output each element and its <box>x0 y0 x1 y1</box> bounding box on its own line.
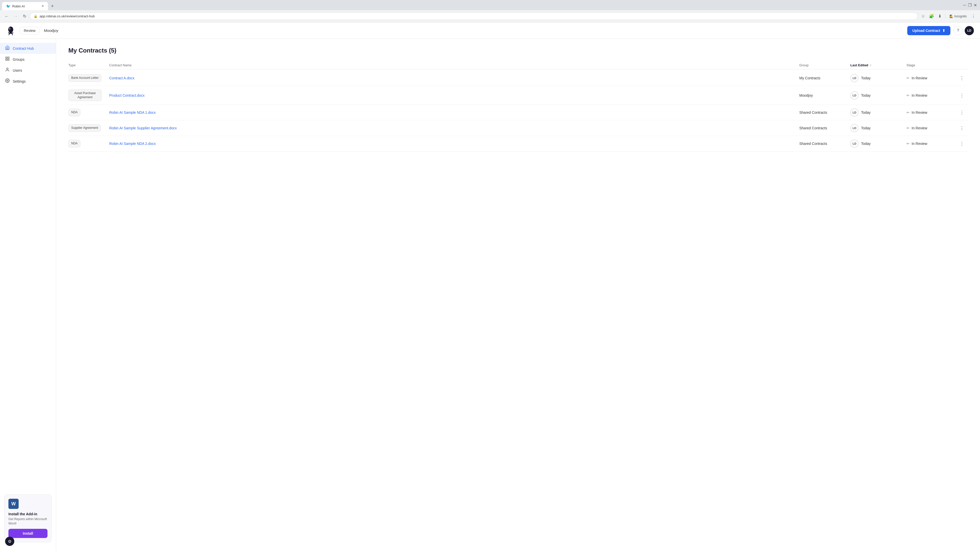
browser-menu-button[interactable]: ⋮ <box>970 12 977 20</box>
app-logo <box>6 26 15 35</box>
more-options-button[interactable]: ⋮ <box>958 74 966 82</box>
table-row: NDA Robin AI Sample NDA 1.docx Shared Co… <box>68 105 968 121</box>
stage-cell: ✏ In Review <box>907 126 958 130</box>
more-options-button[interactable]: ⋮ <box>958 109 966 116</box>
upload-contract-button[interactable]: Upload Contract ⬆ <box>907 26 950 35</box>
new-tab-button[interactable]: + <box>49 3 56 10</box>
last-edited-cell: LD Today <box>850 108 907 117</box>
maximize-button[interactable]: ❐ <box>968 3 972 8</box>
upload-icon: ⬆ <box>942 29 945 33</box>
help-button[interactable]: ? <box>953 26 963 35</box>
last-edited-cell: LD Today <box>850 74 907 82</box>
close-window-button[interactable]: ✕ <box>974 3 977 8</box>
more-options-button[interactable]: ⋮ <box>958 92 966 99</box>
stage-text: In Review <box>912 76 927 80</box>
last-edited-cell: LD Today <box>850 140 907 148</box>
address-input[interactable] <box>40 14 914 18</box>
col-type: Type <box>68 63 109 67</box>
contract-link[interactable]: Product Contract.docx <box>109 94 145 97</box>
upload-label: Upload Contract <box>912 29 940 33</box>
date-text: Today <box>861 110 870 114</box>
date-text: Today <box>861 126 870 130</box>
incognito-label: Incognito <box>954 14 967 18</box>
name-cell: Robin AI Sample Supplier Agreement.docx <box>109 126 799 130</box>
addon-description: Get Reports within Microsoft Word! <box>8 517 48 526</box>
contract-link[interactable]: Contract A.docx <box>109 76 135 80</box>
stage-cell: ✏ In Review <box>907 76 958 80</box>
lock-icon: 🔒 <box>34 14 38 18</box>
stage-text: In Review <box>912 126 927 130</box>
reload-button[interactable]: ↻ <box>21 12 28 20</box>
sidebar-item-label: Contract Hub <box>13 46 34 51</box>
sidebar-item-settings[interactable]: Settings <box>0 76 56 87</box>
sidebar-spacer <box>0 87 56 490</box>
page-title: My Contracts (5) <box>68 47 968 54</box>
name-cell: Robin AI Sample NDA 2.docx <box>109 141 799 146</box>
pencil-icon: ✏ <box>907 141 910 146</box>
review-button[interactable]: Review <box>19 27 40 35</box>
user-avatar[interactable]: LD <box>965 26 974 35</box>
sidebar-item-users[interactable]: Users <box>0 65 56 76</box>
browser-chrome: 🐦 Robin AI × + ─ ❐ ✕ ← → ↻ 🔒 ☆ 🧩 ⬇ 🕵 Inc… <box>0 0 980 22</box>
tab-close-button[interactable]: × <box>41 4 44 8</box>
minimize-button[interactable]: ─ <box>963 3 966 8</box>
svg-point-7 <box>6 68 8 69</box>
col-last-edited: Last Edited ↑ <box>850 63 907 67</box>
more-cell: ⋮ <box>958 74 968 82</box>
type-cell: Asset Purchase Agreement <box>68 89 109 101</box>
stage-cell: ✏ In Review <box>907 94 958 97</box>
last-edited-cell: LD Today <box>850 124 907 132</box>
svg-rect-6 <box>8 59 9 60</box>
table-header: Type Contract Name Group Last Edited ↑ S… <box>68 61 968 69</box>
type-cell: NDA <box>68 109 109 116</box>
chat-widget[interactable]: ⚙ <box>5 537 14 546</box>
type-badge: Bank Account Letter <box>68 74 101 82</box>
svg-point-1 <box>9 27 11 30</box>
install-addon-button[interactable]: Install <box>8 529 48 538</box>
settings-icon <box>5 78 10 84</box>
date-text: Today <box>861 76 870 80</box>
stage-cell: ✏ In Review <box>907 141 958 146</box>
more-options-button[interactable]: ⋮ <box>958 124 966 132</box>
svg-point-2 <box>10 32 12 34</box>
stage-text: In Review <box>912 141 927 146</box>
back-button[interactable]: ← <box>3 13 10 20</box>
home-icon <box>5 45 10 51</box>
address-bar[interactable]: 🔒 <box>30 13 918 20</box>
name-cell: Contract A.docx <box>109 76 799 80</box>
forward-button[interactable]: → <box>12 13 19 20</box>
type-cell: NDA <box>68 140 109 148</box>
pencil-icon: ✏ <box>907 94 910 97</box>
sidebar-item-groups[interactable]: Groups <box>0 54 56 65</box>
table-row: Bank Account Letter Contract A.docx My C… <box>68 70 968 86</box>
tab-title: Robin AI <box>12 4 25 8</box>
svg-point-8 <box>7 80 8 81</box>
sidebar-item-label: Users <box>13 68 22 73</box>
more-cell: ⋮ <box>958 140 968 148</box>
name-cell: Product Contract.docx <box>109 94 799 97</box>
active-tab[interactable]: 🐦 Robin AI × <box>2 2 48 10</box>
type-badge: Supplier Agreement <box>68 124 101 132</box>
addon-title: Install the Add-in <box>8 512 48 516</box>
addon-panel: W Install the Add-in Get Reports within … <box>4 494 52 542</box>
pencil-icon: ✏ <box>907 110 910 114</box>
contract-link[interactable]: Robin AI Sample Supplier Agreement.docx <box>109 126 177 130</box>
more-cell: ⋮ <box>958 109 968 116</box>
avatar: LD <box>850 91 859 100</box>
avatar: LD <box>850 140 859 148</box>
contract-link[interactable]: Robin AI Sample NDA 2.docx <box>109 141 156 146</box>
pencil-icon: ✏ <box>907 76 910 80</box>
stage-cell: ✏ In Review <box>907 110 958 114</box>
avatar: LD <box>850 74 859 82</box>
more-options-button[interactable]: ⋮ <box>958 140 966 148</box>
incognito-button[interactable]: 🕵 Incognito <box>947 14 969 19</box>
bookmark-button[interactable]: ☆ <box>920 12 926 20</box>
nav-divider <box>945 14 945 19</box>
download-button[interactable]: ⬇ <box>937 12 943 20</box>
sidebar-item-contract-hub[interactable]: Contract Hub <box>0 43 56 54</box>
svg-rect-5 <box>6 59 7 60</box>
extensions-button[interactable]: 🧩 <box>928 12 935 20</box>
avatar: LD <box>850 124 859 132</box>
sidebar-item-label: Settings <box>13 79 26 83</box>
contract-link[interactable]: Robin AI Sample NDA 1.docx <box>109 110 156 114</box>
